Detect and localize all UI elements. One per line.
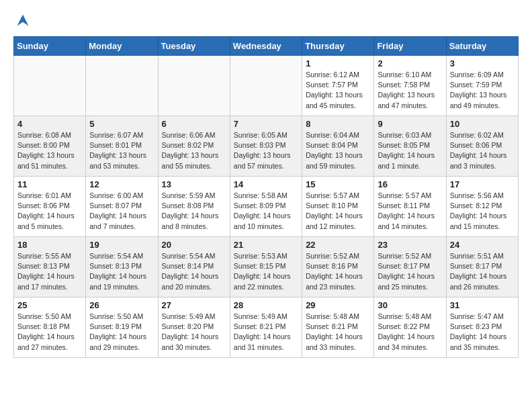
day-number: 26 bbox=[89, 300, 154, 310]
calendar-cell: 5Sunrise: 6:07 AMSunset: 8:01 PMDaylight… bbox=[86, 116, 158, 177]
day-number: 15 bbox=[306, 179, 370, 189]
day-number: 1 bbox=[306, 58, 370, 68]
calendar-cell: 29Sunrise: 5:48 AMSunset: 8:21 PMDayligh… bbox=[302, 298, 374, 358]
calendar-cell: 22Sunrise: 5:52 AMSunset: 8:16 PMDayligh… bbox=[302, 237, 374, 298]
calendar-week-row: 11Sunrise: 6:01 AMSunset: 8:06 PMDayligh… bbox=[14, 177, 519, 237]
svg-marker-0 bbox=[17, 15, 29, 26]
day-info: Sunrise: 6:01 AMSunset: 8:06 PMDaylight:… bbox=[17, 191, 82, 232]
day-number: 19 bbox=[89, 240, 154, 250]
day-info: Sunrise: 5:58 AMSunset: 8:09 PMDaylight:… bbox=[234, 191, 298, 232]
calendar-cell: 23Sunrise: 5:52 AMSunset: 8:17 PMDayligh… bbox=[374, 237, 446, 298]
day-number: 25 bbox=[17, 300, 82, 310]
day-number: 31 bbox=[450, 300, 515, 310]
calendar-week-row: 4Sunrise: 6:08 AMSunset: 8:00 PMDaylight… bbox=[14, 116, 519, 177]
calendar-cell: 19Sunrise: 5:54 AMSunset: 8:13 PMDayligh… bbox=[86, 237, 158, 298]
calendar-cell: 25Sunrise: 5:50 AMSunset: 8:18 PMDayligh… bbox=[14, 298, 86, 358]
calendar-cell: 30Sunrise: 5:48 AMSunset: 8:22 PMDayligh… bbox=[374, 298, 446, 358]
calendar-cell: 7Sunrise: 6:05 AMSunset: 8:03 PMDaylight… bbox=[230, 116, 302, 177]
day-info: Sunrise: 6:05 AMSunset: 8:03 PMDaylight:… bbox=[234, 130, 298, 171]
day-info: Sunrise: 6:02 AMSunset: 8:06 PMDaylight:… bbox=[450, 130, 515, 171]
calendar-cell: 2Sunrise: 6:10 AMSunset: 7:58 PMDaylight… bbox=[374, 56, 446, 116]
day-info: Sunrise: 5:57 AMSunset: 8:10 PMDaylight:… bbox=[306, 191, 370, 232]
weekday-label: Friday bbox=[374, 37, 446, 56]
calendar-cell: 17Sunrise: 5:56 AMSunset: 8:12 PMDayligh… bbox=[446, 177, 518, 237]
day-info: Sunrise: 5:56 AMSunset: 8:12 PMDaylight:… bbox=[450, 191, 515, 232]
page-header bbox=[13, 11, 519, 30]
calendar-cell bbox=[158, 56, 230, 116]
day-info: Sunrise: 5:52 AMSunset: 8:17 PMDaylight:… bbox=[378, 251, 442, 292]
day-info: Sunrise: 5:57 AMSunset: 8:11 PMDaylight:… bbox=[378, 191, 442, 232]
day-info: Sunrise: 5:54 AMSunset: 8:14 PMDaylight:… bbox=[162, 251, 226, 292]
day-info: Sunrise: 6:03 AMSunset: 8:05 PMDaylight:… bbox=[378, 130, 442, 171]
calendar-cell: 18Sunrise: 5:55 AMSunset: 8:13 PMDayligh… bbox=[14, 237, 86, 298]
day-number: 18 bbox=[17, 240, 82, 250]
calendar-cell: 9Sunrise: 6:03 AMSunset: 8:05 PMDaylight… bbox=[374, 116, 446, 177]
day-number: 12 bbox=[89, 179, 154, 189]
day-number: 24 bbox=[450, 240, 515, 250]
day-number: 23 bbox=[378, 240, 442, 250]
day-number: 11 bbox=[17, 179, 82, 189]
day-info: Sunrise: 5:54 AMSunset: 8:13 PMDaylight:… bbox=[89, 251, 154, 292]
day-number: 30 bbox=[378, 300, 442, 310]
day-info: Sunrise: 5:49 AMSunset: 8:20 PMDaylight:… bbox=[162, 312, 226, 353]
day-number: 3 bbox=[450, 58, 515, 68]
calendar-cell: 26Sunrise: 5:50 AMSunset: 8:19 PMDayligh… bbox=[86, 298, 158, 358]
day-number: 27 bbox=[162, 300, 226, 310]
calendar-cell: 10Sunrise: 6:02 AMSunset: 8:06 PMDayligh… bbox=[446, 116, 518, 177]
calendar-cell: 1Sunrise: 6:12 AMSunset: 7:57 PMDaylight… bbox=[302, 56, 374, 116]
day-number: 21 bbox=[234, 240, 298, 250]
day-info: Sunrise: 6:07 AMSunset: 8:01 PMDaylight:… bbox=[89, 130, 154, 171]
day-number: 8 bbox=[306, 119, 370, 129]
day-info: Sunrise: 6:00 AMSunset: 8:07 PMDaylight:… bbox=[89, 191, 154, 232]
calendar-cell: 13Sunrise: 5:59 AMSunset: 8:08 PMDayligh… bbox=[158, 177, 230, 237]
logo-icon bbox=[13, 11, 32, 30]
day-info: Sunrise: 6:08 AMSunset: 8:00 PMDaylight:… bbox=[17, 130, 82, 171]
day-number: 14 bbox=[234, 179, 298, 189]
day-number: 7 bbox=[234, 119, 298, 129]
calendar-cell: 11Sunrise: 6:01 AMSunset: 8:06 PMDayligh… bbox=[14, 177, 86, 237]
day-info: Sunrise: 6:06 AMSunset: 8:02 PMDaylight:… bbox=[162, 130, 226, 171]
calendar-cell: 6Sunrise: 6:06 AMSunset: 8:02 PMDaylight… bbox=[158, 116, 230, 177]
calendar-table: SundayMondayTuesdayWednesdayThursdayFrid… bbox=[13, 36, 519, 358]
day-info: Sunrise: 6:10 AMSunset: 7:58 PMDaylight:… bbox=[378, 70, 442, 111]
calendar-cell bbox=[86, 56, 158, 116]
day-number: 10 bbox=[450, 119, 515, 129]
calendar-week-row: 25Sunrise: 5:50 AMSunset: 8:18 PMDayligh… bbox=[14, 298, 519, 358]
calendar-week-row: 18Sunrise: 5:55 AMSunset: 8:13 PMDayligh… bbox=[14, 237, 519, 298]
calendar-week-row: 1Sunrise: 6:12 AMSunset: 7:57 PMDaylight… bbox=[14, 56, 519, 116]
day-number: 4 bbox=[17, 119, 82, 129]
day-info: Sunrise: 5:48 AMSunset: 8:21 PMDaylight:… bbox=[306, 312, 370, 353]
weekday-header-row: SundayMondayTuesdayWednesdayThursdayFrid… bbox=[14, 37, 519, 56]
day-number: 17 bbox=[450, 179, 515, 189]
day-info: Sunrise: 5:52 AMSunset: 8:16 PMDaylight:… bbox=[306, 251, 370, 292]
day-info: Sunrise: 6:12 AMSunset: 7:57 PMDaylight:… bbox=[306, 70, 370, 111]
day-info: Sunrise: 5:51 AMSunset: 8:17 PMDaylight:… bbox=[450, 251, 515, 292]
day-number: 2 bbox=[378, 58, 442, 68]
calendar-cell: 8Sunrise: 6:04 AMSunset: 8:04 PMDaylight… bbox=[302, 116, 374, 177]
calendar-cell: 31Sunrise: 5:47 AMSunset: 8:23 PMDayligh… bbox=[446, 298, 518, 358]
day-number: 20 bbox=[162, 240, 226, 250]
day-info: Sunrise: 5:47 AMSunset: 8:23 PMDaylight:… bbox=[450, 312, 515, 353]
day-number: 13 bbox=[162, 179, 226, 189]
day-info: Sunrise: 5:49 AMSunset: 8:21 PMDaylight:… bbox=[234, 312, 298, 353]
calendar-cell bbox=[230, 56, 302, 116]
calendar-cell: 20Sunrise: 5:54 AMSunset: 8:14 PMDayligh… bbox=[158, 237, 230, 298]
calendar-cell: 14Sunrise: 5:58 AMSunset: 8:09 PMDayligh… bbox=[230, 177, 302, 237]
day-number: 28 bbox=[234, 300, 298, 310]
day-info: Sunrise: 5:50 AMSunset: 8:19 PMDaylight:… bbox=[89, 312, 154, 353]
day-info: Sunrise: 5:50 AMSunset: 8:18 PMDaylight:… bbox=[17, 312, 82, 353]
day-number: 5 bbox=[89, 119, 154, 129]
calendar-cell: 27Sunrise: 5:49 AMSunset: 8:20 PMDayligh… bbox=[158, 298, 230, 358]
day-info: Sunrise: 5:59 AMSunset: 8:08 PMDaylight:… bbox=[162, 191, 226, 232]
calendar-cell: 16Sunrise: 5:57 AMSunset: 8:11 PMDayligh… bbox=[374, 177, 446, 237]
weekday-label: Monday bbox=[86, 37, 158, 56]
weekday-label: Tuesday bbox=[158, 37, 230, 56]
day-number: 6 bbox=[162, 119, 226, 129]
day-info: Sunrise: 5:48 AMSunset: 8:22 PMDaylight:… bbox=[378, 312, 442, 353]
calendar-body: 1Sunrise: 6:12 AMSunset: 7:57 PMDaylight… bbox=[14, 56, 519, 358]
calendar-cell: 3Sunrise: 6:09 AMSunset: 7:59 PMDaylight… bbox=[446, 56, 518, 116]
weekday-label: Thursday bbox=[302, 37, 374, 56]
calendar-cell: 15Sunrise: 5:57 AMSunset: 8:10 PMDayligh… bbox=[302, 177, 374, 237]
calendar-cell: 4Sunrise: 6:08 AMSunset: 8:00 PMDaylight… bbox=[14, 116, 86, 177]
calendar-cell: 24Sunrise: 5:51 AMSunset: 8:17 PMDayligh… bbox=[446, 237, 518, 298]
